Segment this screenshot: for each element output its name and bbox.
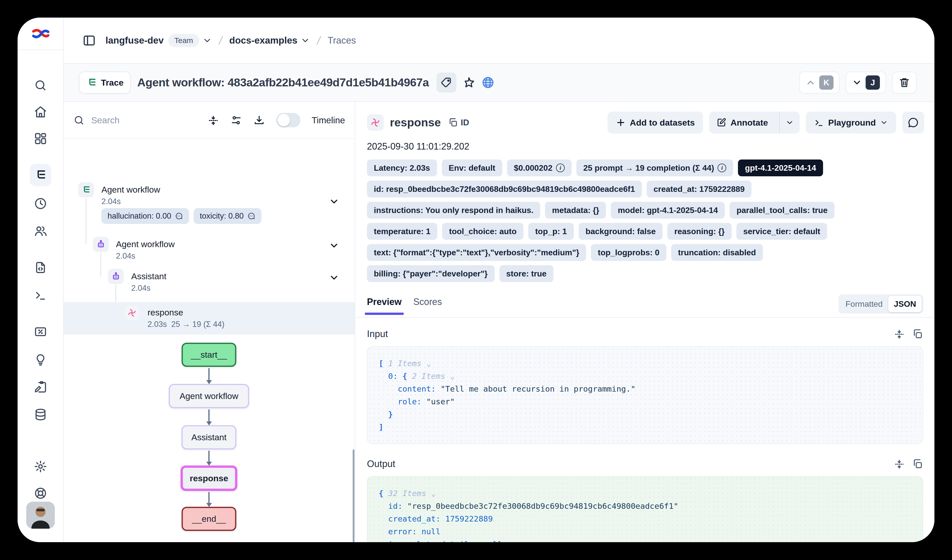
prev-trace-button[interactable]: K bbox=[799, 72, 840, 94]
org-chevron-down-icon[interactable] bbox=[202, 35, 212, 45]
annotate-button[interactable]: Annotate bbox=[709, 112, 775, 134]
comments-button[interactable] bbox=[902, 112, 924, 134]
json-collapse-chevron[interactable]: ⌄ bbox=[431, 489, 436, 498]
playground-button[interactable]: Playground bbox=[806, 112, 896, 134]
rail-support-icon[interactable] bbox=[18, 487, 63, 500]
graph-node-end[interactable]: __end__ bbox=[182, 507, 236, 531]
collapse-chevron-icon[interactable] bbox=[329, 272, 339, 283]
rail-datasets-icon[interactable] bbox=[18, 408, 63, 421]
sidebar-toggle-icon[interactable] bbox=[83, 34, 96, 47]
json-token: ] bbox=[379, 423, 383, 432]
input-section-header: Input bbox=[367, 329, 923, 339]
next-trace-button[interactable]: J bbox=[846, 72, 886, 94]
tree-toolbar: Timeline bbox=[64, 102, 355, 139]
rail-traces-icon-active[interactable] bbox=[18, 164, 63, 186]
json-token: role bbox=[398, 397, 417, 406]
copy-icon[interactable] bbox=[912, 458, 923, 469]
rail-dashboards-icon[interactable] bbox=[18, 132, 63, 145]
json-token bbox=[379, 384, 398, 393]
breadcrumb: langfuse-dev Team / docs-examples / Trac… bbox=[64, 18, 934, 64]
filter-settings-icon[interactable] bbox=[230, 114, 242, 126]
json-collapse-chevron[interactable]: ⌄ bbox=[450, 372, 455, 381]
collapse-all-icon[interactable] bbox=[207, 114, 219, 126]
user-avatar[interactable] bbox=[18, 501, 63, 529]
graph-node-assistant[interactable]: Assistant bbox=[182, 425, 236, 449]
metadata-badge: id: resp_0beedbcbe3c72fe30068db9c69bc948… bbox=[367, 180, 642, 197]
tag-icon[interactable] bbox=[436, 73, 456, 93]
rail-playground-icon[interactable] bbox=[18, 288, 63, 302]
org-badge: Team bbox=[168, 34, 199, 47]
detail-tabs: Preview Scores Formatted JSON bbox=[356, 294, 934, 317]
generation-node-icon[interactable] bbox=[125, 306, 139, 320]
metadata-badge: $0.000202i bbox=[507, 159, 572, 176]
timeline-toggle[interactable] bbox=[276, 113, 300, 127]
rail-annotation-icon[interactable] bbox=[18, 380, 63, 393]
collapse-chevron-icon[interactable] bbox=[329, 196, 339, 207]
info-icon[interactable]: i bbox=[556, 164, 565, 172]
rail-sessions-icon[interactable] bbox=[18, 197, 63, 210]
rail-home-icon[interactable] bbox=[18, 105, 63, 119]
collapse-icon[interactable] bbox=[894, 458, 905, 469]
rail-users-icon[interactable] bbox=[18, 224, 63, 238]
score-chip[interactable]: toxicity: 0.80 bbox=[194, 208, 261, 224]
search-input[interactable] bbox=[91, 115, 168, 125]
star-icon[interactable] bbox=[462, 76, 475, 89]
metadata-badge: reasoning: {}i bbox=[668, 223, 731, 240]
json-token: null bbox=[422, 527, 440, 536]
rail-settings-icon[interactable] bbox=[18, 460, 63, 473]
json-token: id bbox=[388, 501, 397, 511]
tree-node-label[interactable]: Agent workflow bbox=[116, 239, 175, 249]
tab-preview[interactable]: Preview bbox=[367, 296, 402, 315]
rail-search-icon[interactable] bbox=[18, 79, 63, 92]
info-icon[interactable]: i bbox=[717, 164, 726, 172]
json-token bbox=[379, 540, 388, 542]
json-token: : bbox=[474, 540, 483, 542]
tree-node-label[interactable]: Assistant bbox=[131, 272, 166, 281]
tree-node-label[interactable]: Agent workflow bbox=[101, 185, 160, 194]
breadcrumb-section[interactable]: Traces bbox=[328, 35, 356, 46]
copy-icon[interactable] bbox=[912, 329, 923, 339]
collapse-icon[interactable] bbox=[894, 329, 905, 339]
langfuse-logo[interactable] bbox=[18, 18, 63, 50]
org-name[interactable]: langfuse-dev bbox=[105, 35, 164, 46]
metadata-badge: 25 prompt → 19 completion (Σ 44)i bbox=[576, 159, 733, 176]
agent-node-icon[interactable] bbox=[108, 269, 124, 284]
tabs-divider bbox=[356, 317, 934, 318]
graph-node-workflow[interactable]: Agent workflow bbox=[169, 384, 249, 408]
metadata-badge: background: falsei bbox=[579, 223, 663, 240]
add-to-datasets-button[interactable]: Add to datasets bbox=[607, 112, 703, 134]
rail-evaluators-icon[interactable] bbox=[18, 353, 63, 366]
trace-title: Agent workflow: 483a2afb22b41ee49d7d1e5b… bbox=[138, 76, 429, 89]
globe-icon[interactable] bbox=[481, 76, 495, 89]
delete-trace-button[interactable] bbox=[892, 72, 916, 94]
json-token bbox=[379, 410, 388, 419]
metadata-badge: instructions: You only respond in haikus… bbox=[367, 202, 540, 219]
rail-scores-icon[interactable] bbox=[18, 325, 63, 338]
json-token: null bbox=[484, 540, 502, 542]
tree-node-label[interactable]: response bbox=[148, 307, 183, 318]
graph-node-start[interactable]: __start__ bbox=[182, 342, 236, 367]
annotate-dropdown-button[interactable] bbox=[779, 112, 800, 134]
graph-edge bbox=[209, 409, 210, 422]
json-collapse-chevron[interactable]: ⌄ bbox=[426, 359, 431, 368]
json-token: content bbox=[398, 384, 431, 393]
agent-node-icon[interactable] bbox=[93, 237, 109, 252]
pen-square-icon bbox=[716, 117, 726, 128]
trace-node-icon[interactable] bbox=[78, 182, 94, 197]
format-option-formatted[interactable]: Formatted bbox=[840, 299, 888, 309]
download-icon[interactable] bbox=[253, 114, 265, 126]
format-option-json[interactable]: JSON bbox=[888, 296, 922, 312]
project-name[interactable]: docs-examples bbox=[229, 35, 297, 46]
copy-id-button[interactable]: ID bbox=[448, 117, 469, 128]
tree-panel-scrollbar[interactable] bbox=[353, 449, 354, 542]
breadcrumb-separator: / bbox=[218, 34, 224, 47]
project-chevron-down-icon[interactable] bbox=[300, 35, 310, 45]
rail-prompts-icon[interactable] bbox=[18, 261, 63, 274]
metadata-badge: model: gpt-4.1-2025-04-14i bbox=[611, 202, 725, 219]
graph-node-response[interactable]: response bbox=[181, 466, 238, 491]
format-toggle: Formatted JSON bbox=[838, 294, 923, 314]
json-token: [ bbox=[379, 359, 383, 368]
score-chip[interactable]: hallucination: 0.00 bbox=[101, 208, 189, 224]
collapse-chevron-icon[interactable] bbox=[329, 240, 339, 251]
tab-scores[interactable]: Scores bbox=[413, 296, 442, 315]
